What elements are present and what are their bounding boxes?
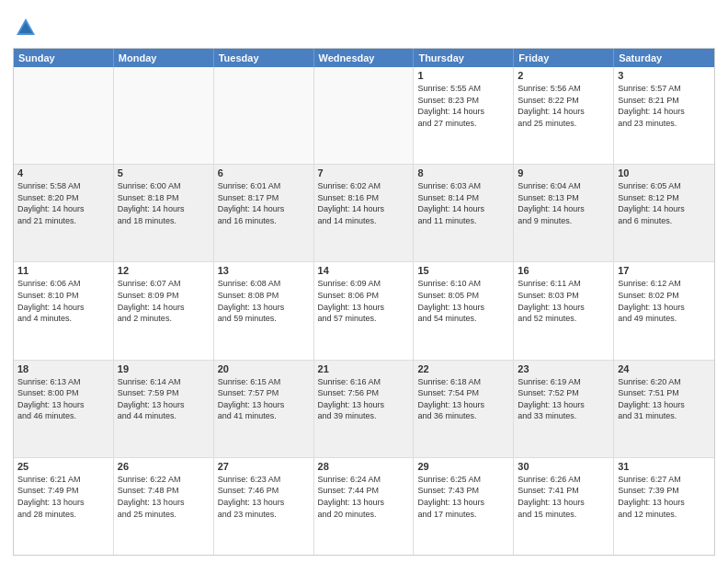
day-number: 28 <box>318 461 410 472</box>
cell-info: Sunrise: 6:03 AM Sunset: 8:14 PM Dayligh… <box>417 180 509 226</box>
cell-info: Sunrise: 6:14 AM Sunset: 7:59 PM Dayligh… <box>118 376 210 422</box>
calendar-cell: 8Sunrise: 6:03 AM Sunset: 8:14 PM Daylig… <box>414 165 514 261</box>
cell-info: Sunrise: 6:10 AM Sunset: 8:05 PM Dayligh… <box>417 278 509 324</box>
day-number: 8 <box>417 167 509 178</box>
header-day: Saturday <box>614 49 714 67</box>
calendar-cell: 22Sunrise: 6:18 AM Sunset: 7:54 PM Dayli… <box>414 361 514 457</box>
day-number: 20 <box>218 363 310 374</box>
day-number: 22 <box>417 363 509 374</box>
calendar-cell: 1Sunrise: 5:55 AM Sunset: 8:23 PM Daylig… <box>414 67 514 164</box>
cell-info: Sunrise: 6:25 AM Sunset: 7:43 PM Dayligh… <box>417 474 509 520</box>
day-number: 24 <box>618 363 711 374</box>
calendar-cell: 12Sunrise: 6:07 AM Sunset: 8:09 PM Dayli… <box>114 262 214 359</box>
logo-icon <box>13 15 39 40</box>
calendar-cell: 21Sunrise: 6:16 AM Sunset: 7:56 PM Dayli… <box>314 361 415 457</box>
cell-info: Sunrise: 6:07 AM Sunset: 8:09 PM Dayligh… <box>118 278 210 324</box>
calendar-cell: 11Sunrise: 6:06 AM Sunset: 8:10 PM Dayli… <box>14 262 114 359</box>
calendar-row: 4Sunrise: 5:58 AM Sunset: 8:20 PM Daylig… <box>14 164 714 261</box>
day-number: 17 <box>618 265 711 276</box>
day-number: 5 <box>118 167 210 178</box>
cell-info: Sunrise: 6:02 AM Sunset: 8:16 PM Dayligh… <box>318 180 410 226</box>
cell-info: Sunrise: 6:16 AM Sunset: 7:56 PM Dayligh… <box>318 376 410 422</box>
day-number: 10 <box>618 167 711 178</box>
header-day: Tuesday <box>214 49 314 67</box>
day-number: 21 <box>318 363 410 374</box>
cell-info: Sunrise: 6:26 AM Sunset: 7:41 PM Dayligh… <box>518 474 609 520</box>
calendar-cell <box>214 67 314 164</box>
calendar-cell: 13Sunrise: 6:08 AM Sunset: 8:08 PM Dayli… <box>214 262 314 359</box>
calendar-cell: 15Sunrise: 6:10 AM Sunset: 8:05 PM Dayli… <box>414 262 514 359</box>
cell-info: Sunrise: 6:05 AM Sunset: 8:12 PM Dayligh… <box>618 180 711 226</box>
day-number: 3 <box>618 70 711 81</box>
calendar-row: 25Sunrise: 6:21 AM Sunset: 7:49 PM Dayli… <box>14 457 714 555</box>
cell-info: Sunrise: 6:04 AM Sunset: 8:13 PM Dayligh… <box>518 180 609 226</box>
calendar-cell <box>114 67 214 164</box>
calendar-cell: 24Sunrise: 6:20 AM Sunset: 7:51 PM Dayli… <box>614 361 714 457</box>
cell-info: Sunrise: 6:27 AM Sunset: 7:39 PM Dayligh… <box>618 474 711 520</box>
calendar: SundayMondayTuesdayWednesdayThursdayFrid… <box>13 48 715 556</box>
calendar-cell: 23Sunrise: 6:19 AM Sunset: 7:52 PM Dayli… <box>514 361 614 457</box>
cell-info: Sunrise: 6:12 AM Sunset: 8:02 PM Dayligh… <box>618 278 711 324</box>
day-number: 4 <box>17 167 109 178</box>
day-number: 6 <box>218 167 310 178</box>
cell-info: Sunrise: 5:55 AM Sunset: 8:23 PM Dayligh… <box>417 83 509 129</box>
day-number: 16 <box>518 265 609 276</box>
calendar-header: SundayMondayTuesdayWednesdayThursdayFrid… <box>14 49 714 67</box>
calendar-cell: 29Sunrise: 6:25 AM Sunset: 7:43 PM Dayli… <box>414 458 514 555</box>
cell-info: Sunrise: 6:13 AM Sunset: 8:00 PM Dayligh… <box>17 376 109 422</box>
cell-info: Sunrise: 6:21 AM Sunset: 7:49 PM Dayligh… <box>17 474 109 520</box>
day-number: 31 <box>618 461 711 472</box>
cell-info: Sunrise: 6:09 AM Sunset: 8:06 PM Dayligh… <box>318 278 410 324</box>
day-number: 11 <box>17 265 109 276</box>
cell-info: Sunrise: 6:08 AM Sunset: 8:08 PM Dayligh… <box>218 278 310 324</box>
calendar-cell: 2Sunrise: 5:56 AM Sunset: 8:22 PM Daylig… <box>514 67 614 164</box>
cell-info: Sunrise: 5:57 AM Sunset: 8:21 PM Dayligh… <box>618 83 711 129</box>
day-number: 12 <box>118 265 210 276</box>
header <box>13 11 715 40</box>
calendar-row: 1Sunrise: 5:55 AM Sunset: 8:23 PM Daylig… <box>14 67 714 164</box>
calendar-cell: 17Sunrise: 6:12 AM Sunset: 8:02 PM Dayli… <box>614 262 714 359</box>
day-number: 23 <box>518 363 609 374</box>
cell-info: Sunrise: 5:58 AM Sunset: 8:20 PM Dayligh… <box>17 180 109 226</box>
page-container: SundayMondayTuesdayWednesdayThursdayFrid… <box>0 0 728 563</box>
cell-info: Sunrise: 5:56 AM Sunset: 8:22 PM Dayligh… <box>518 83 609 129</box>
day-number: 13 <box>218 265 310 276</box>
calendar-cell <box>314 67 415 164</box>
calendar-cell: 6Sunrise: 6:01 AM Sunset: 8:17 PM Daylig… <box>214 165 314 261</box>
header-day: Sunday <box>14 49 114 67</box>
cell-info: Sunrise: 6:11 AM Sunset: 8:03 PM Dayligh… <box>518 278 609 324</box>
logo <box>13 15 40 40</box>
calendar-cell: 20Sunrise: 6:15 AM Sunset: 7:57 PM Dayli… <box>214 361 314 457</box>
calendar-row: 11Sunrise: 6:06 AM Sunset: 8:10 PM Dayli… <box>14 261 714 359</box>
calendar-cell: 4Sunrise: 5:58 AM Sunset: 8:20 PM Daylig… <box>14 165 114 261</box>
day-number: 14 <box>318 265 410 276</box>
day-number: 15 <box>417 265 509 276</box>
calendar-cell: 28Sunrise: 6:24 AM Sunset: 7:44 PM Dayli… <box>314 458 415 555</box>
day-number: 1 <box>417 70 509 81</box>
cell-info: Sunrise: 6:20 AM Sunset: 7:51 PM Dayligh… <box>618 376 711 422</box>
day-number: 27 <box>218 461 310 472</box>
day-number: 2 <box>518 70 609 81</box>
day-number: 7 <box>318 167 410 178</box>
calendar-body: 1Sunrise: 5:55 AM Sunset: 8:23 PM Daylig… <box>14 67 714 555</box>
cell-info: Sunrise: 6:01 AM Sunset: 8:17 PM Dayligh… <box>218 180 310 226</box>
header-day: Thursday <box>414 49 514 67</box>
calendar-cell: 5Sunrise: 6:00 AM Sunset: 8:18 PM Daylig… <box>114 165 214 261</box>
day-number: 29 <box>417 461 509 472</box>
day-number: 9 <box>518 167 609 178</box>
cell-info: Sunrise: 6:00 AM Sunset: 8:18 PM Dayligh… <box>118 180 210 226</box>
cell-info: Sunrise: 6:23 AM Sunset: 7:46 PM Dayligh… <box>218 474 310 520</box>
calendar-cell: 10Sunrise: 6:05 AM Sunset: 8:12 PM Dayli… <box>614 165 714 261</box>
day-number: 18 <box>17 363 109 374</box>
calendar-cell: 16Sunrise: 6:11 AM Sunset: 8:03 PM Dayli… <box>514 262 614 359</box>
calendar-row: 18Sunrise: 6:13 AM Sunset: 8:00 PM Dayli… <box>14 360 714 457</box>
calendar-cell: 9Sunrise: 6:04 AM Sunset: 8:13 PM Daylig… <box>514 165 614 261</box>
calendar-cell: 18Sunrise: 6:13 AM Sunset: 8:00 PM Dayli… <box>14 361 114 457</box>
calendar-cell: 30Sunrise: 6:26 AM Sunset: 7:41 PM Dayli… <box>514 458 614 555</box>
header-day: Friday <box>514 49 614 67</box>
day-number: 25 <box>17 461 109 472</box>
calendar-cell: 7Sunrise: 6:02 AM Sunset: 8:16 PM Daylig… <box>314 165 415 261</box>
header-day: Wednesday <box>314 49 415 67</box>
calendar-cell: 27Sunrise: 6:23 AM Sunset: 7:46 PM Dayli… <box>214 458 314 555</box>
calendar-cell: 26Sunrise: 6:22 AM Sunset: 7:48 PM Dayli… <box>114 458 214 555</box>
